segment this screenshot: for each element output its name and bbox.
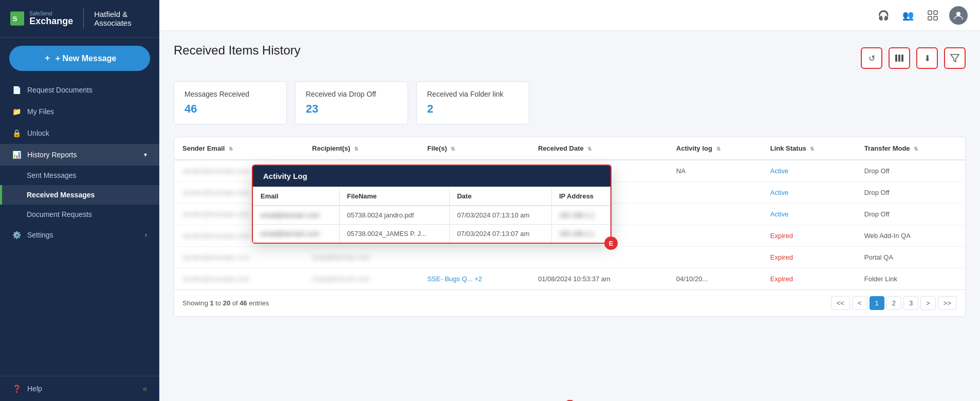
svg-rect-3: [934, 11, 937, 14]
sort-icon: ⇅: [716, 146, 720, 152]
grid-icon[interactable]: [924, 7, 941, 24]
col-files[interactable]: File(s) ⇅: [419, 137, 529, 160]
sidebar-item-unlock[interactable]: 🔒 Unlock: [0, 122, 159, 144]
page-2-button[interactable]: 2: [886, 296, 901, 310]
sort-icon: ⇅: [810, 146, 814, 152]
table-row: sender@example.com recip@domain.com SSE-…: [174, 268, 965, 290]
activity-log-row: email@domain.com 05738.0024_JAMES P. J..…: [253, 225, 611, 243]
col-activity-log[interactable]: Activity log ⇅: [668, 137, 762, 160]
toolbar-refresh-wrap: ↺ A: [861, 47, 882, 69]
columns-icon: [895, 53, 904, 63]
activity-cell-email: email@domain.com: [253, 225, 340, 243]
activity-cell-date: 07/03/2024 07:13:10 am: [450, 206, 551, 225]
cell-transfer: Folder Link: [856, 268, 965, 290]
stat-card-messages-received: Messages Received 46: [174, 81, 287, 124]
chevron-down-icon: ▾: [144, 151, 147, 158]
stat-value-0: 46: [184, 102, 276, 116]
col-link-status[interactable]: Link Status ⇅: [762, 137, 856, 160]
cell-activity: 04/10/20...: [668, 268, 762, 290]
cell-transfer: Drop Off: [856, 204, 965, 225]
sort-icon: ⇅: [587, 146, 591, 152]
cell-files: SSE- Bugs Q... +2: [419, 268, 529, 290]
page-first-button[interactable]: <<: [831, 296, 850, 310]
sidebar-item-label: Settings: [27, 231, 53, 239]
collapse-icon[interactable]: «: [143, 385, 147, 393]
cell-status: Expired: [762, 268, 856, 290]
content-header: Received Items History ↺ A: [174, 43, 966, 69]
activity-log-header: Activity Log: [253, 166, 611, 187]
sort-icon: ⇅: [914, 146, 918, 152]
cell-status: Active: [762, 182, 856, 204]
help-label: Help: [27, 385, 42, 393]
page-1-button[interactable]: 1: [870, 296, 884, 310]
col-transfer-mode[interactable]: Transfer Mode ⇅: [856, 137, 965, 160]
folder-icon: 📁: [12, 107, 21, 116]
chevron-right-icon: ›: [145, 231, 147, 239]
grid-svg: [928, 10, 938, 21]
company-name: Hatfield & Associates: [94, 10, 149, 27]
sidebar-item-label: Request Documents: [27, 86, 93, 94]
page-3-button[interactable]: 3: [903, 296, 918, 310]
content-area: Received Items History ↺ A: [159, 31, 980, 401]
sidebar-nav: 📄 Request Documents 📁 My Files 🔒 Unlock …: [0, 79, 159, 376]
activity-col-email: Email: [253, 187, 340, 206]
col-sender-email[interactable]: Sender Email ⇅: [174, 137, 304, 160]
cell-received-date: [530, 247, 668, 268]
sidebar-item-history-reports[interactable]: 📊 History Reports ▾: [0, 144, 159, 166]
refresh-icon: ↺: [868, 53, 875, 63]
col-received-date[interactable]: Received Date ⇅: [530, 137, 668, 160]
user-avatar[interactable]: [949, 6, 968, 25]
filter-button[interactable]: [944, 47, 966, 69]
cell-status: Expired: [762, 247, 856, 268]
logo-big: Exchange: [29, 16, 73, 27]
download-button[interactable]: ⬇: [916, 47, 938, 69]
page-next-button[interactable]: >: [920, 296, 936, 310]
sidebar-item-settings[interactable]: ⚙️ Settings ›: [0, 224, 159, 246]
received-messages-label: Received Messages: [27, 191, 95, 199]
page-title: Received Items History: [174, 43, 301, 58]
new-message-button[interactable]: ＋ + New Message: [9, 46, 150, 71]
main-area: 🎧 👥 Received Items History ↺: [159, 0, 980, 401]
page-prev-button[interactable]: <: [852, 296, 867, 310]
columns-button[interactable]: [889, 47, 910, 69]
activity-cell-email: email@domain.com: [253, 206, 340, 225]
activity-log-body: Email FileName Date IP Address email@dom…: [253, 187, 611, 243]
document-requests-label: Document Requests: [27, 210, 92, 218]
col-recipients[interactable]: Recipient(s) ⇅: [304, 137, 419, 160]
plus-icon: ＋: [43, 53, 51, 64]
users-icon[interactable]: 👥: [900, 7, 916, 24]
logo-small: SafeSend: [29, 11, 73, 16]
pagination: << < 1 2 3 > >>: [831, 296, 957, 310]
sidebar-item-sent-messages[interactable]: Sent Messages: [0, 166, 159, 185]
sidebar-item-received-messages[interactable]: Received Messages: [0, 185, 159, 205]
activity-col-ip: IP Address: [551, 187, 610, 206]
stat-card-drop-off: Received via Drop Off 23: [295, 81, 408, 124]
sidebar-item-document-requests[interactable]: Document Requests: [0, 205, 159, 224]
svg-rect-8: [898, 54, 900, 62]
stat-label-0: Messages Received: [184, 90, 276, 98]
page-last-button[interactable]: >>: [938, 296, 957, 310]
activity-log-title: Activity Log: [263, 172, 307, 180]
cell-transfer: Drop Off: [856, 160, 965, 182]
cell-status: Expired: [762, 225, 856, 247]
avatar-svg: [953, 10, 964, 21]
sidebar-help[interactable]: ❓ Help «: [0, 376, 159, 401]
cell-transfer: Web Add-In QA: [856, 225, 965, 247]
filter-icon: [950, 54, 959, 62]
activity-log-row: email@domain.com 05738.0024 jandro.pdf 0…: [253, 206, 611, 225]
headset-icon[interactable]: 🎧: [875, 7, 892, 24]
toolbar-filter-wrap: D: [944, 47, 966, 69]
badge-e: E: [604, 236, 618, 250]
reports-icon: 📊: [12, 151, 21, 159]
activity-col-filename: FileName: [340, 187, 450, 206]
sidebar-item-request-documents[interactable]: 📄 Request Documents: [0, 79, 159, 101]
refresh-button[interactable]: ↺: [861, 47, 882, 69]
svg-rect-2: [928, 11, 932, 14]
stat-value-1: 23: [306, 102, 397, 116]
sidebar-item-my-files[interactable]: 📁 My Files: [0, 101, 159, 122]
svg-rect-9: [901, 54, 903, 62]
activity-log-popup: Activity Log Email FileName Date IP Addr…: [252, 165, 612, 244]
activity-col-date: Date: [450, 187, 551, 206]
svg-rect-4: [928, 16, 932, 20]
sidebar-logo: S SafeSend Exchange Hatfield & Associate…: [0, 0, 159, 38]
